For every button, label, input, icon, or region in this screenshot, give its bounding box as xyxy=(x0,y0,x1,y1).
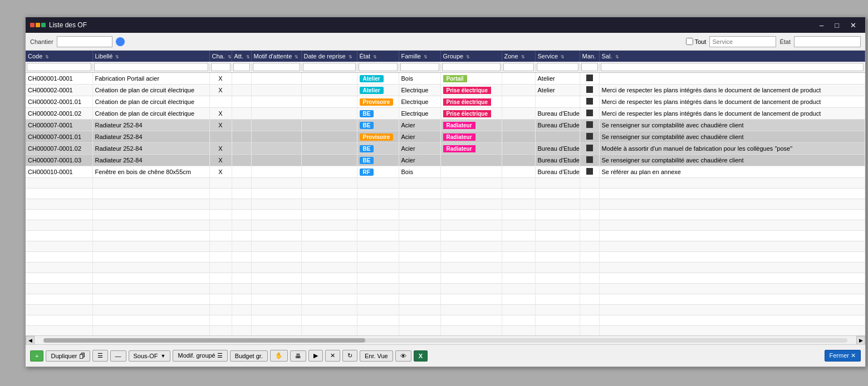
table-body: CH000001-0001 Fabrication Portail acier … xyxy=(26,73,865,336)
col-header-service[interactable]: Service ⇅ xyxy=(535,51,580,62)
filter-etat[interactable] xyxy=(359,63,398,71)
table-row[interactable]: CH000002-0001.02 Création de plan de cir… xyxy=(26,108,865,120)
table-row[interactable]: CH000007-0001 Radiateur 252-84 X BE Acie… xyxy=(26,120,865,131)
add-button[interactable]: + xyxy=(30,350,43,362)
filter-famille[interactable] xyxy=(400,63,439,71)
cell-cha: X xyxy=(209,73,232,85)
cell-sal: Merci de respecter les plans intégrés da… xyxy=(599,96,865,108)
fermer-button[interactable]: Fermer ✕ xyxy=(825,350,861,362)
horizontal-scrollbar[interactable]: ◀ ▶ xyxy=(26,335,865,344)
window-close-button[interactable]: ✕ xyxy=(846,20,861,31)
man-checkbox[interactable] xyxy=(586,86,593,93)
col-header-libelle[interactable]: Libellé ⇅ xyxy=(92,51,209,62)
modif-groupe-button[interactable]: Modif. groupé ☰ xyxy=(173,350,227,362)
refresh-button[interactable]: ↻ xyxy=(342,350,357,362)
man-checkbox[interactable] xyxy=(586,110,593,116)
filter-service[interactable] xyxy=(537,63,578,71)
group-badge: Prise électrique xyxy=(443,110,491,117)
cell-att xyxy=(232,143,251,155)
maximize-button[interactable]: □ xyxy=(830,20,844,31)
tout-checkbox[interactable] xyxy=(686,38,693,45)
cell-libelle: Radiateur 252-84 xyxy=(92,155,209,166)
table-container[interactable]: Code ⇅ Libellé ⇅ Cha. ⇅ Att. ⇅ Motif d'a… xyxy=(26,51,865,335)
man-checkbox[interactable] xyxy=(586,133,593,140)
filter-cha[interactable] xyxy=(211,63,231,71)
empty-row xyxy=(26,326,865,336)
table-row[interactable]: CH000010-0001 Fenêtre en bois de chêne 8… xyxy=(26,166,865,178)
col-header-date[interactable]: Date de reprise ⇅ xyxy=(301,51,357,62)
col-header-att[interactable]: Att. ⇅ xyxy=(232,51,251,62)
cell-zone xyxy=(502,108,535,120)
filter-att[interactable] xyxy=(233,63,250,71)
stop-button[interactable]: ✕ xyxy=(325,350,340,362)
cell-service: Atelier xyxy=(535,85,580,96)
save-view-button[interactable]: Enr. Vue xyxy=(360,350,393,362)
table-row[interactable]: CH000002-0001.01 Création de plan de cir… xyxy=(26,96,865,108)
cell-code: CH000007-0001.01 xyxy=(26,131,92,143)
blue-dot-indicator xyxy=(116,37,125,46)
eye-button[interactable]: 👁 xyxy=(395,350,411,362)
col-header-code[interactable]: Code ⇅ xyxy=(26,51,92,62)
man-checkbox[interactable] xyxy=(586,156,593,163)
man-checkbox[interactable] xyxy=(586,145,593,151)
filter-man[interactable] xyxy=(581,63,598,71)
filter-zone[interactable] xyxy=(503,63,534,71)
filter-motif[interactable] xyxy=(253,63,300,71)
scroll-track[interactable] xyxy=(43,338,847,343)
chantier-input[interactable] xyxy=(57,36,112,47)
budget-button[interactable]: Budget gr. xyxy=(230,350,268,362)
etat-label: État xyxy=(779,38,791,45)
cell-service xyxy=(535,96,580,108)
scroll-thumb[interactable] xyxy=(43,338,365,343)
cell-date xyxy=(301,155,357,166)
table-row[interactable]: CH000007-0001.01 Radiateur 252-84 Provis… xyxy=(26,131,865,143)
sous-of-button[interactable]: Sous-OF ▼ xyxy=(129,350,171,362)
scroll-right-button[interactable]: ▶ xyxy=(856,336,865,345)
cell-man xyxy=(580,73,599,85)
filter-libelle[interactable] xyxy=(94,63,208,71)
filter-groupe[interactable] xyxy=(442,63,501,71)
scroll-left-button[interactable]: ◀ xyxy=(26,336,35,345)
empty-row xyxy=(26,284,865,294)
column-header-row: Code ⇅ Libellé ⇅ Cha. ⇅ Att. ⇅ Motif d'a… xyxy=(26,51,865,62)
col-header-man[interactable]: Man. ⇅ xyxy=(580,51,599,62)
col-header-etat[interactable]: État ⇅ xyxy=(357,51,399,62)
man-checkbox[interactable] xyxy=(586,121,593,128)
cell-att xyxy=(232,73,251,85)
cell-sal: Se renseigner sur comptabilité avec chau… xyxy=(599,155,865,166)
man-checkbox[interactable] xyxy=(586,98,593,105)
col-header-cha[interactable]: Cha. ⇅ xyxy=(209,51,232,62)
col-header-groupe[interactable]: Groupe ⇅ xyxy=(440,51,502,62)
filter-sal[interactable] xyxy=(601,63,864,71)
list-button[interactable]: ☰ xyxy=(92,350,108,362)
table-row[interactable]: CH000007-0001.03 Radiateur 252-84 X BE A… xyxy=(26,155,865,166)
service-input[interactable] xyxy=(709,36,776,47)
col-header-sal[interactable]: Sal. ⇅ xyxy=(599,51,865,62)
cell-groupe: Prise électrique xyxy=(440,108,502,120)
cell-zone xyxy=(502,73,535,85)
excel-button[interactable]: X xyxy=(414,350,428,362)
hand-button[interactable]: ✋ xyxy=(270,350,288,362)
filter-code[interactable] xyxy=(27,63,91,71)
play-button[interactable]: ▶ xyxy=(308,350,323,362)
window-title: Liste des OF xyxy=(49,21,812,29)
table-row[interactable]: CH000007-0001.02 Radiateur 252-84 X BE A… xyxy=(26,143,865,155)
man-checkbox[interactable] xyxy=(586,75,593,81)
table-row[interactable]: CH000001-0001 Fabrication Portail acier … xyxy=(26,73,865,85)
col-header-zone[interactable]: Zone ⇅ xyxy=(502,51,535,62)
man-checkbox[interactable] xyxy=(586,168,593,175)
cell-att xyxy=(232,120,251,131)
remove-button[interactable]: — xyxy=(110,350,126,362)
col-header-motif[interactable]: Motif d'attente ⇅ xyxy=(251,51,301,62)
print-button[interactable]: 🖶 xyxy=(290,350,306,362)
table-row[interactable]: CH000002-0001 Création de plan de circui… xyxy=(26,85,865,96)
empty-row xyxy=(26,315,865,326)
duplicate-button[interactable]: Dupliquer 🗍 xyxy=(46,350,90,362)
filter-date[interactable] xyxy=(303,63,356,71)
minimize-button[interactable]: – xyxy=(815,20,828,31)
empty-row xyxy=(26,263,865,273)
cell-man xyxy=(580,96,599,108)
cell-sal: Se renseigner sur comptabilité avec chau… xyxy=(599,131,865,143)
etat-input[interactable] xyxy=(794,36,861,47)
col-header-famille[interactable]: Famille ⇅ xyxy=(399,51,440,62)
